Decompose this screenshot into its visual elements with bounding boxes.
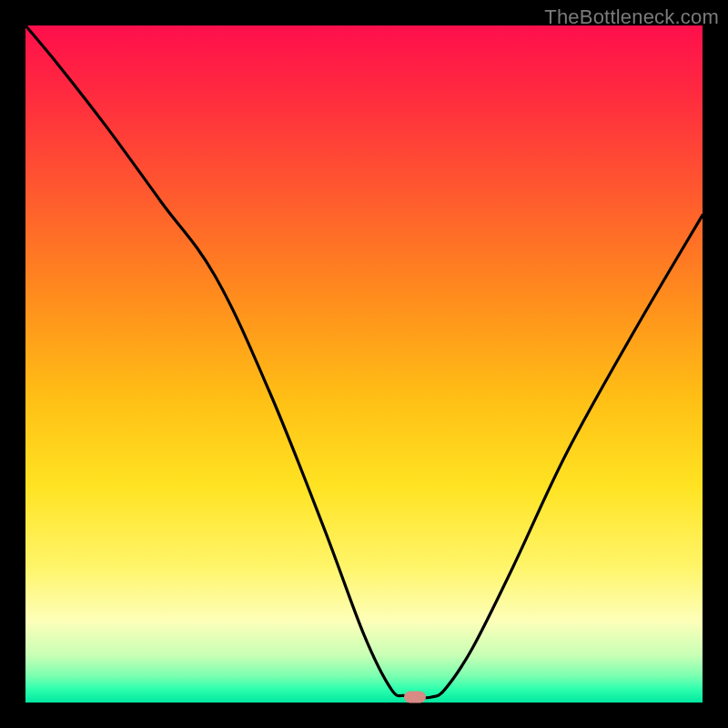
curve-path (25, 25, 703, 698)
chart-frame: TheBottleneck.com (0, 0, 728, 728)
bottleneck-curve (25, 25, 703, 703)
plot-area (25, 25, 703, 703)
optimal-point-marker (404, 692, 426, 703)
